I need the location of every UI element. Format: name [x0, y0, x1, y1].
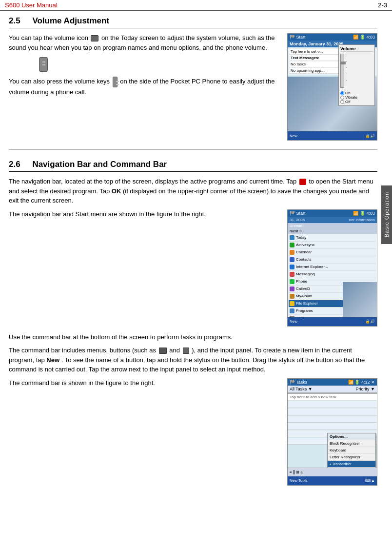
cmd-popup-transcriber: • Transcriber — [328, 461, 375, 468]
section-25-para1: You can tap the volume icon on the Today… — [9, 33, 280, 52]
vol-taskbar-icons: 🔒🔊 — [365, 134, 375, 138]
header-title: S600 User Manual — [5, 1, 58, 9]
cmd-all-tasks: All Tasks ▼ — [290, 387, 313, 391]
page-header: S600 User Manual 2-3 — [0, 0, 392, 11]
section-25-content: You can tap the volume icon on the Today… — [9, 33, 377, 141]
calendar-icon — [290, 250, 294, 255]
cmd-line2 — [288, 409, 377, 415]
nav-item-messaging: Messaging — [289, 271, 376, 278]
cmd-bottom-bar: ≡ ǁ ⊞ a — [288, 468, 377, 476]
section-26-heading: 2.6 Navigation Bar and Command Bar — [9, 160, 377, 172]
nav-screenshot: 🏁 Start 📶 🔋 4:03 31, 2005 ner informatio… — [287, 209, 377, 327]
contacts-icon — [290, 257, 294, 262]
cmd-taskbar-icons: ⌨▲ — [365, 478, 375, 483]
nav-taskbar-icons: 🔒🔊 — [365, 319, 375, 324]
cmd-taskbar: New Tools ⌨▲ — [288, 476, 377, 485]
vol-status-icons: 📶 🔋 4:03 — [353, 35, 375, 40]
vol-slider-row: ----- — [340, 53, 373, 89]
nav-info: ner information — [349, 218, 375, 222]
nav-item-ie: Internet Explorer... — [289, 264, 376, 271]
section-25-number: 2.5 — [9, 16, 20, 25]
today-icon — [290, 235, 294, 240]
section-26-number: 2.6 — [9, 160, 20, 169]
nav-item-activesync: Activesync — [289, 242, 376, 249]
section-26-nav-row: The navigation bar and Start menu are sh… — [9, 209, 377, 327]
nav-date: 31, 2005 ner information — [288, 217, 377, 223]
volume-icon — [91, 35, 98, 41]
vol-start-label: 🏁 Start — [290, 35, 306, 40]
cmd-popup-options: Options... — [328, 433, 375, 440]
messaging-icon — [290, 272, 294, 277]
nav-time: 📶 🔋 4:03 — [353, 211, 375, 216]
cmd-line1 — [288, 401, 377, 408]
volume-side-keys-icon — [113, 77, 118, 87]
section-26-nav-text: The navigation bar and Start menu are sh… — [9, 209, 280, 327]
section-25-heading: 2.5 Volume Adjustment — [9, 16, 377, 28]
nav-body — [343, 282, 377, 321]
cmd-topbar: 🏁 Tasks 📶 🔋 4:12 ✕ — [288, 379, 377, 386]
header-page: 2-3 — [378, 1, 387, 9]
vol-taskbar: New 🔒🔊 — [288, 131, 377, 140]
callerid-icon — [290, 287, 294, 291]
pencil-icon-inline — [183, 348, 189, 354]
nav-item-calendar: Calendar — [289, 249, 376, 256]
menu-icon-inline — [159, 348, 167, 354]
nav-item-contacts: Contacts — [289, 256, 376, 264]
cmd-popup-letter: Letter Recognizer — [328, 454, 375, 461]
vol-options: On Vibrate Off — [340, 91, 373, 104]
cmd-priority: Priority ▼ — [356, 387, 375, 391]
nav-taskbar-new: New — [290, 319, 297, 324]
cmd-screenshot: 🏁 Tasks 📶 🔋 4:12 ✕ All Tasks ▼ Priority … — [287, 378, 377, 486]
programs-icon — [290, 308, 294, 313]
section-26-title: Navigation Bar and Command Bar — [32, 160, 167, 169]
vol-panel-title: Volume — [340, 46, 373, 52]
cmd-add-row: Tap here to add a new task — [288, 394, 377, 401]
nav-taskbar: New 🔒🔊 — [288, 317, 377, 326]
vol-slider-track — [340, 54, 344, 88]
section-25-text: You can tap the volume icon on the Today… — [9, 33, 280, 141]
cmd-tasks-label: 🏁 Tasks — [290, 380, 307, 385]
fileexplorer-icon — [290, 301, 294, 306]
vol-ticks: ----- — [346, 53, 347, 89]
section-26-para5: The command bar is shown in the figure t… — [9, 378, 280, 388]
volume-keys-image — [39, 57, 48, 72]
vol-option-on: On — [340, 91, 373, 95]
cmd-taskbar-newtool: New Tools — [290, 478, 308, 483]
phone-icon — [290, 279, 294, 284]
section-26: 2.6 Navigation Bar and Command Bar The n… — [9, 160, 377, 486]
vol-panel: Volume ----- On Vibrate Off — [338, 44, 375, 106]
section-26-para4: The command bar includes menus, buttons … — [9, 346, 377, 374]
nav-appt: ment 3 — [288, 228, 377, 234]
vol-option-off: Off — [340, 100, 373, 104]
cmd-line4 — [288, 423, 377, 430]
vol-keys-container — [38, 57, 280, 72]
vol-topbar: 🏁 Start 📶 🔋 4:03 — [288, 34, 377, 41]
cmd-title-row: All Tasks ▼ Priority ▼ — [288, 386, 377, 393]
nav-menu-container: Today Activesync Calendar Contacts — [288, 234, 377, 327]
cmd-bar-icons: ≡ ǁ ⊞ a — [290, 470, 303, 474]
section-26-para1: The navigation bar, located at the top o… — [9, 177, 377, 205]
cmd-popup: Options... Block Recognizer Keyboard Let… — [327, 433, 376, 468]
cmd-topbar-right: 📶 🔋 4:12 ✕ — [348, 380, 375, 385]
cmd-popup-keyboard: Keyboard — [328, 447, 375, 454]
nav-topbar: 🏁 Start 📶 🔋 4:03 — [288, 210, 377, 217]
cmd-popup-block: Block Recognizer — [328, 440, 375, 447]
section-divider — [9, 149, 377, 150]
vol-option-vibrate: Vibrate — [340, 95, 373, 100]
nav-unread: Unread — [288, 223, 377, 228]
myalbum-icon — [290, 294, 294, 299]
section-26-para3: Use the command bar at the bottom of the… — [9, 332, 377, 342]
nav-date-text: 31, 2005 — [290, 218, 305, 222]
section-25-para2: You can also press the volume keys on th… — [9, 77, 280, 97]
page-content: 2.5 Volume Adjustment You can tap the vo… — [0, 11, 392, 494]
section-26-para2: The navigation bar and Start menu are sh… — [9, 209, 280, 219]
section-26-cmd-row: The command bar is shown in the figure t… — [9, 378, 377, 486]
start-icon — [299, 179, 306, 185]
nav-item-today: Today — [289, 234, 376, 242]
ie-icon — [290, 265, 294, 269]
nav-start: 🏁 Start — [290, 211, 306, 216]
section-25: 2.5 Volume Adjustment You can tap the vo… — [9, 16, 377, 141]
section-25-title: Volume Adjustment — [32, 16, 109, 25]
vol-taskbar-new: New — [290, 134, 297, 138]
cmd-line3 — [288, 416, 377, 423]
